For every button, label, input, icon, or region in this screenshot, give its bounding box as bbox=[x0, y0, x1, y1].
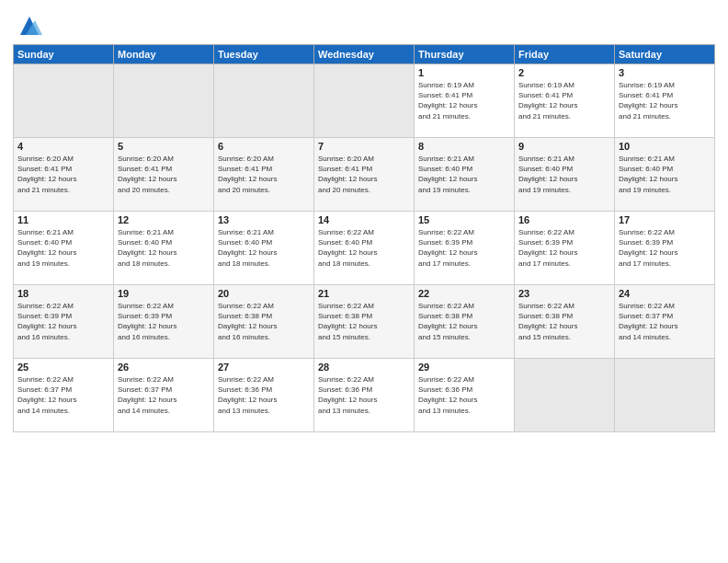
day-info: Sunrise: 6:22 AM Sunset: 6:37 PM Dayligh… bbox=[619, 301, 711, 342]
calendar-cell: 22Sunrise: 6:22 AM Sunset: 6:38 PM Dayli… bbox=[415, 285, 515, 359]
calendar-cell: 1Sunrise: 6:19 AM Sunset: 6:41 PM Daylig… bbox=[415, 64, 515, 138]
calendar-cell: 27Sunrise: 6:22 AM Sunset: 6:36 PM Dayli… bbox=[214, 359, 314, 432]
day-info: Sunrise: 6:22 AM Sunset: 6:36 PM Dayligh… bbox=[418, 374, 510, 416]
day-number: 8 bbox=[418, 141, 510, 152]
day-number: 17 bbox=[619, 214, 711, 225]
day-number: 16 bbox=[518, 214, 610, 225]
day-info: Sunrise: 6:22 AM Sunset: 6:38 PM Dayligh… bbox=[218, 301, 310, 342]
header-saturday: Saturday bbox=[615, 45, 715, 64]
day-number: 10 bbox=[619, 141, 711, 152]
header-thursday: Thursday bbox=[415, 45, 515, 64]
calendar-cell: 10Sunrise: 6:21 AM Sunset: 6:40 PM Dayli… bbox=[615, 138, 715, 212]
week-row-3: 18Sunrise: 6:22 AM Sunset: 6:39 PM Dayli… bbox=[14, 285, 715, 359]
day-info: Sunrise: 6:22 AM Sunset: 6:39 PM Dayligh… bbox=[17, 301, 109, 342]
calendar-cell: 9Sunrise: 6:21 AM Sunset: 6:40 PM Daylig… bbox=[515, 138, 615, 212]
day-number: 7 bbox=[318, 141, 410, 152]
day-info: Sunrise: 6:22 AM Sunset: 6:38 PM Dayligh… bbox=[418, 301, 510, 342]
day-info: Sunrise: 6:21 AM Sunset: 6:40 PM Dayligh… bbox=[518, 154, 610, 195]
day-number: 3 bbox=[619, 67, 711, 78]
day-number: 18 bbox=[17, 288, 109, 299]
day-info: Sunrise: 6:20 AM Sunset: 6:41 PM Dayligh… bbox=[118, 154, 210, 195]
day-number: 28 bbox=[318, 362, 410, 373]
day-info: Sunrise: 6:22 AM Sunset: 6:36 PM Dayligh… bbox=[218, 374, 310, 416]
calendar-cell bbox=[515, 359, 615, 432]
logo-icon bbox=[17, 13, 42, 39]
calendar-cell bbox=[14, 64, 114, 138]
day-info: Sunrise: 6:22 AM Sunset: 6:37 PM Dayligh… bbox=[118, 374, 210, 416]
day-number: 12 bbox=[118, 214, 210, 225]
day-info: Sunrise: 6:22 AM Sunset: 6:38 PM Dayligh… bbox=[318, 301, 410, 342]
day-number: 26 bbox=[118, 362, 210, 373]
calendar-table: SundayMondayTuesdayWednesdayThursdayFrid… bbox=[13, 44, 715, 432]
calendar-cell: 15Sunrise: 6:22 AM Sunset: 6:39 PM Dayli… bbox=[415, 212, 515, 285]
calendar-cell bbox=[615, 359, 715, 432]
day-info: Sunrise: 6:19 AM Sunset: 6:41 PM Dayligh… bbox=[619, 80, 711, 121]
day-number: 25 bbox=[17, 362, 109, 373]
day-number: 5 bbox=[118, 141, 210, 152]
week-row-1: 4Sunrise: 6:20 AM Sunset: 6:41 PM Daylig… bbox=[14, 138, 715, 212]
calendar-cell: 4Sunrise: 6:20 AM Sunset: 6:41 PM Daylig… bbox=[14, 138, 114, 212]
calendar-cell: 13Sunrise: 6:21 AM Sunset: 6:40 PM Dayli… bbox=[214, 212, 314, 285]
header-tuesday: Tuesday bbox=[214, 45, 314, 64]
calendar-cell: 17Sunrise: 6:22 AM Sunset: 6:39 PM Dayli… bbox=[615, 212, 715, 285]
day-info: Sunrise: 6:22 AM Sunset: 6:38 PM Dayligh… bbox=[518, 301, 610, 342]
day-info: Sunrise: 6:19 AM Sunset: 6:41 PM Dayligh… bbox=[418, 80, 510, 121]
calendar-cell: 16Sunrise: 6:22 AM Sunset: 6:39 PM Dayli… bbox=[515, 212, 615, 285]
day-number: 24 bbox=[619, 288, 711, 299]
day-number: 4 bbox=[17, 141, 109, 152]
week-row-2: 11Sunrise: 6:21 AM Sunset: 6:40 PM Dayli… bbox=[14, 212, 715, 285]
calendar-cell: 12Sunrise: 6:21 AM Sunset: 6:40 PM Dayli… bbox=[114, 212, 214, 285]
calendar-cell: 19Sunrise: 6:22 AM Sunset: 6:39 PM Dayli… bbox=[114, 285, 214, 359]
day-number: 23 bbox=[518, 288, 610, 299]
day-number: 6 bbox=[218, 141, 310, 152]
day-number: 22 bbox=[418, 288, 510, 299]
logo bbox=[13, 13, 42, 39]
calendar-cell: 2Sunrise: 6:19 AM Sunset: 6:41 PM Daylig… bbox=[515, 64, 615, 138]
calendar-cell: 23Sunrise: 6:22 AM Sunset: 6:38 PM Dayli… bbox=[515, 285, 615, 359]
header-monday: Monday bbox=[114, 45, 214, 64]
calendar-cell bbox=[314, 64, 415, 138]
day-number: 9 bbox=[518, 141, 610, 152]
week-row-4: 25Sunrise: 6:22 AM Sunset: 6:37 PM Dayli… bbox=[14, 359, 715, 432]
day-info: Sunrise: 6:22 AM Sunset: 6:39 PM Dayligh… bbox=[619, 227, 711, 269]
header-row: SundayMondayTuesdayWednesdayThursdayFrid… bbox=[14, 45, 715, 64]
day-number: 20 bbox=[218, 288, 310, 299]
day-number: 19 bbox=[118, 288, 210, 299]
calendar-cell: 14Sunrise: 6:22 AM Sunset: 6:40 PM Dayli… bbox=[314, 212, 415, 285]
day-info: Sunrise: 6:20 AM Sunset: 6:41 PM Dayligh… bbox=[17, 154, 109, 195]
day-info: Sunrise: 6:21 AM Sunset: 6:40 PM Dayligh… bbox=[17, 227, 109, 269]
day-number: 27 bbox=[218, 362, 310, 373]
calendar-cell bbox=[214, 64, 314, 138]
header bbox=[13, 9, 715, 39]
day-number: 15 bbox=[418, 214, 510, 225]
calendar-cell: 25Sunrise: 6:22 AM Sunset: 6:37 PM Dayli… bbox=[14, 359, 114, 432]
calendar-cell: 7Sunrise: 6:20 AM Sunset: 6:41 PM Daylig… bbox=[314, 138, 415, 212]
day-info: Sunrise: 6:22 AM Sunset: 6:39 PM Dayligh… bbox=[518, 227, 610, 269]
calendar-cell: 11Sunrise: 6:21 AM Sunset: 6:40 PM Dayli… bbox=[14, 212, 114, 285]
day-info: Sunrise: 6:22 AM Sunset: 6:37 PM Dayligh… bbox=[17, 374, 109, 416]
calendar-cell: 5Sunrise: 6:20 AM Sunset: 6:41 PM Daylig… bbox=[114, 138, 214, 212]
day-info: Sunrise: 6:22 AM Sunset: 6:40 PM Dayligh… bbox=[318, 227, 410, 269]
day-number: 2 bbox=[518, 67, 610, 78]
calendar-cell: 20Sunrise: 6:22 AM Sunset: 6:38 PM Dayli… bbox=[214, 285, 314, 359]
day-number: 29 bbox=[418, 362, 510, 373]
day-info: Sunrise: 6:21 AM Sunset: 6:40 PM Dayligh… bbox=[118, 227, 210, 269]
calendar-cell bbox=[114, 64, 214, 138]
day-number: 11 bbox=[17, 214, 109, 225]
header-sunday: Sunday bbox=[14, 45, 114, 64]
header-wednesday: Wednesday bbox=[314, 45, 415, 64]
calendar-cell: 29Sunrise: 6:22 AM Sunset: 6:36 PM Dayli… bbox=[415, 359, 515, 432]
day-number: 13 bbox=[218, 214, 310, 225]
calendar-cell: 26Sunrise: 6:22 AM Sunset: 6:37 PM Dayli… bbox=[114, 359, 214, 432]
page: SundayMondayTuesdayWednesdayThursdayFrid… bbox=[0, 0, 728, 563]
calendar-cell: 18Sunrise: 6:22 AM Sunset: 6:39 PM Dayli… bbox=[14, 285, 114, 359]
calendar-cell: 3Sunrise: 6:19 AM Sunset: 6:41 PM Daylig… bbox=[615, 64, 715, 138]
calendar-cell: 8Sunrise: 6:21 AM Sunset: 6:40 PM Daylig… bbox=[415, 138, 515, 212]
day-info: Sunrise: 6:22 AM Sunset: 6:36 PM Dayligh… bbox=[318, 374, 410, 416]
day-number: 1 bbox=[418, 67, 510, 78]
day-info: Sunrise: 6:22 AM Sunset: 6:39 PM Dayligh… bbox=[118, 301, 210, 342]
calendar-cell: 28Sunrise: 6:22 AM Sunset: 6:36 PM Dayli… bbox=[314, 359, 415, 432]
calendar-cell: 6Sunrise: 6:20 AM Sunset: 6:41 PM Daylig… bbox=[214, 138, 314, 212]
header-friday: Friday bbox=[515, 45, 615, 64]
day-number: 14 bbox=[318, 214, 410, 225]
